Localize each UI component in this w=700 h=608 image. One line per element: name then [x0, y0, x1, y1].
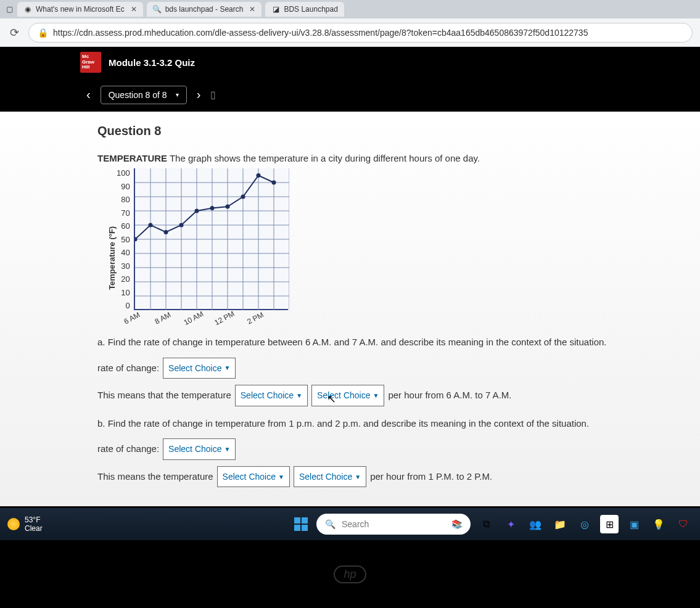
close-icon[interactable]: ✕ — [249, 5, 255, 14]
search-icon: 🔍 — [325, 519, 336, 529]
books-icon: 📚 — [451, 519, 462, 529]
browser-tab[interactable]: ◉ What's new in Microsoft Ec ✕ — [17, 2, 143, 17]
mcafee-icon[interactable]: 🛡 — [674, 515, 693, 533]
mcgraw-hill-logo: McGrawHill — [80, 52, 101, 73]
tab-label: bds launchpad - Search — [165, 5, 244, 14]
site-icon: ◪ — [271, 5, 280, 14]
svg-point-26 — [241, 195, 245, 199]
search-placeholder: Search — [342, 519, 369, 529]
direction-a-select[interactable]: Select Choice▼ — [235, 385, 308, 406]
tab-favicon: ▢ — [5, 5, 14, 14]
chevron-down-icon: ▼ — [296, 390, 302, 401]
question-content: Question 8 TEMPERATURE The graph shows t… — [0, 112, 700, 506]
part-a-meaning-row: This means that the temperature Select C… — [97, 385, 681, 406]
x-axis-ticks: 6 AM8 AM10 AM12 PM2 PM — [117, 314, 288, 322]
amount-a-select[interactable]: Select Choice▼ — [311, 385, 384, 406]
start-button[interactable] — [292, 515, 310, 533]
svg-point-22 — [179, 223, 183, 228]
browser-tab-strip: ▢ ◉ What's new in Microsoft Ec ✕ 🔍 bds l… — [0, 0, 700, 18]
browser-tab[interactable]: 🔍 bds launchpad - Search ✕ — [147, 2, 262, 17]
part-b-rate-row: rate of change: Select Choice▼ — [97, 438, 681, 460]
y-axis-label: Temperature (°F) — [105, 168, 117, 322]
address-bar: ⟳ 🔒 https://cdn.assess.prod.mheducation.… — [0, 18, 700, 47]
svg-point-20 — [148, 223, 152, 228]
url-text: https://cdn.assess.prod.mheducation.com/… — [53, 28, 588, 38]
copilot-icon[interactable]: ✦ — [501, 515, 520, 533]
bookmark-icon[interactable]: ▯ — [210, 89, 216, 101]
rate-of-change-b-select[interactable]: Select Choice▼ — [163, 438, 236, 460]
part-b-meaning-row: This means the temperature Select Choice… — [97, 466, 681, 488]
tab-label: BDS Launchpad — [284, 5, 337, 14]
tips-icon[interactable]: 💡 — [649, 515, 668, 533]
direction-b-select[interactable]: Select Choice▼ — [217, 466, 290, 488]
search-icon: 🔍 — [153, 5, 162, 14]
reload-icon[interactable]: ⟳ — [7, 26, 21, 39]
svg-point-23 — [194, 209, 199, 213]
chart-plot-area — [134, 168, 288, 310]
part-b-prompt: b. Find the rate of change in temperatur… — [97, 415, 681, 433]
question-counter: Question 8 of 8 — [109, 90, 167, 100]
svg-point-25 — [225, 205, 229, 209]
sun-icon — [7, 518, 20, 530]
temperature-chart: Temperature (°F) 1009080706050403020100 — [105, 168, 681, 322]
windows-taskbar: 53°F Clear 🔍 Search 📚 ⧉ ✦ 👥 📁 ◎ ⊞ ▣ 💡 🛡 — [0, 508, 700, 540]
chevron-down-icon: ▼ — [278, 471, 284, 483]
part-a-rate-row: rate of change: Select Choice▼ — [97, 358, 681, 379]
store-icon[interactable]: ⊞ — [600, 515, 619, 533]
question-selector[interactable]: Question 8 of 8 ▾ — [101, 86, 187, 104]
svg-point-28 — [271, 181, 276, 185]
taskbar-search[interactable]: 🔍 Search 📚 — [316, 514, 471, 535]
svg-point-21 — [163, 230, 168, 234]
chevron-down-icon: ▼ — [373, 390, 379, 401]
laptop-bezel: hp — [0, 540, 700, 608]
edge-icon[interactable]: ◎ — [575, 515, 594, 533]
task-view-icon[interactable]: ⧉ — [477, 515, 495, 533]
assessment-header: McGrawHill Module 3.1-3.2 Quiz — [0, 47, 700, 78]
browser-tab[interactable]: ◪ BDS Launchpad — [265, 2, 344, 17]
lock-icon: 🔒 — [38, 28, 48, 38]
hp-logo: hp — [334, 565, 366, 583]
question-prompt: TEMPERATURE The graph shows the temperat… — [97, 153, 681, 163]
tab-label: What's new in Microsoft Ec — [36, 5, 125, 14]
amount-b-select[interactable]: Select Choice▼ — [294, 466, 366, 488]
chevron-down-icon: ▼ — [224, 443, 230, 455]
weather-widget[interactable]: 53°F Clear — [7, 516, 43, 533]
part-a-prompt: a. Find the rate of change in temperatur… — [97, 334, 681, 351]
question-nav-bar: ‹ Question 8 of 8 ▾ › ▯ — [0, 78, 700, 112]
edge-icon: ◉ — [23, 5, 32, 14]
url-input[interactable]: 🔒 https://cdn.assess.prod.mheducation.co… — [28, 23, 693, 43]
weather-temp: 53°F — [25, 516, 43, 524]
weather-cond: Clear — [25, 524, 43, 533]
chevron-down-icon: ▾ — [176, 91, 179, 98]
svg-point-27 — [256, 173, 260, 178]
app-icon[interactable]: ▣ — [625, 515, 643, 533]
rate-of-change-a-select[interactable]: Select Choice▼ — [163, 358, 236, 379]
windows-icon — [294, 517, 308, 531]
file-explorer-icon[interactable]: 📁 — [551, 515, 569, 533]
y-axis-ticks: 1009080706050403020100 — [117, 168, 134, 310]
module-title: Module 3.1-3.2 Quiz — [109, 57, 195, 68]
chevron-down-icon: ▼ — [355, 471, 361, 483]
teams-icon[interactable]: 👥 — [526, 515, 545, 533]
question-body: a. Find the rate of change in temperatur… — [97, 334, 681, 487]
next-question-icon[interactable]: › — [197, 88, 201, 102]
chevron-down-icon: ▼ — [224, 362, 230, 374]
close-icon[interactable]: ✕ — [131, 5, 137, 14]
svg-point-24 — [210, 206, 214, 210]
question-title: Question 8 — [97, 124, 681, 138]
prev-question-icon[interactable]: ‹ — [86, 88, 91, 102]
